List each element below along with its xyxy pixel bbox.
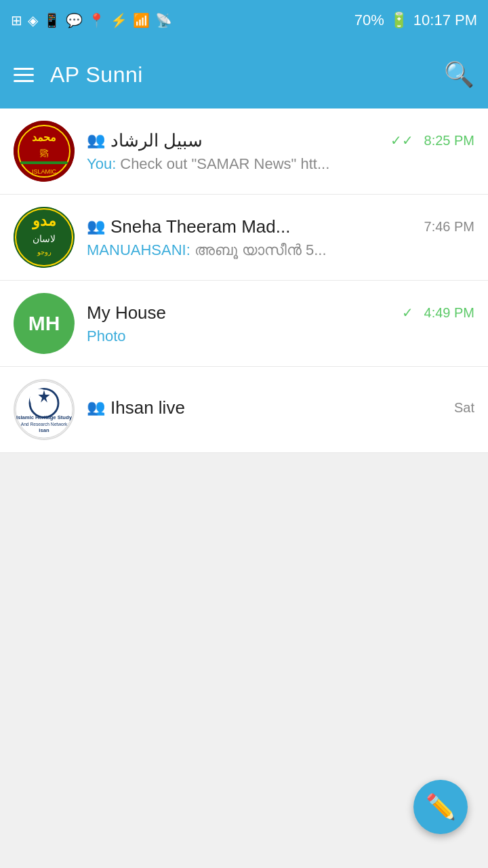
location-icon: 📍: [88, 12, 105, 28]
group-icon-sneha: 👥: [87, 218, 105, 235]
svg-text:روجو: روجو: [37, 248, 52, 256]
chat-name-sabeel: سبيل الرشاد: [110, 130, 203, 151]
check-myhouse: ✓: [402, 304, 413, 321]
chat-content-ihsan: 👥 Ihsan live Sat: [87, 397, 474, 422]
chat-time-row-myhouse: ✓ 4:49 PM: [402, 304, 474, 321]
group-icon-sabeel: 👥: [87, 132, 105, 149]
chat-header-ihsan: 👥 Ihsan live Sat: [87, 397, 474, 418]
svg-point-14: [30, 389, 49, 408]
time-text: 10:17 PM: [413, 12, 477, 29]
messenger-icon: 💬: [66, 12, 83, 28]
chat-time-row-sabeel: ✓✓ 8:25 PM: [390, 132, 474, 149]
status-bar-right: 70% 🔋 10:17 PM: [354, 12, 477, 29]
chat-content-myhouse: My House ✓ 4:49 PM Photo: [87, 302, 474, 345]
chat-name-row-sneha: 👥 Sneha Theeram Mad...: [87, 216, 416, 237]
chat-header-myhouse: My House ✓ 4:49 PM: [87, 302, 474, 323]
svg-text:محمد: محمد: [32, 132, 56, 143]
status-bar: ⊞ ◈ 📱 💬 📍 ⚡ 📶 📡 70% 🔋 10:17 PM: [0, 0, 488, 41]
toolbar: AP Sunni 🔍: [0, 41, 488, 108]
chat-name-myhouse: My House: [87, 302, 166, 323]
app-title: AP Sunni: [50, 62, 428, 87]
whatsapp-icon: 📱: [43, 12, 60, 28]
avatar-sneha: مدو لاسان روجو: [14, 207, 75, 268]
chat-name-row-ihsan: 👥 Ihsan live: [87, 397, 446, 418]
compose-fab[interactable]: ✏️: [413, 780, 468, 834]
chat-item-myhouse[interactable]: MH My House ✓ 4:49 PM Photo: [0, 281, 488, 367]
group-icon-ihsan: 👥: [87, 399, 105, 416]
chat-item-sabeel[interactable]: محمد ﷺ ISLAMIC 👥 سبيل الرشاد ✓✓ 8:25 PM …: [0, 108, 488, 195]
chat-preview-sneha: MANUAHSANI: അബൂ യാസീൻ 5...: [87, 241, 474, 259]
chat-content-sneha: 👥 Sneha Theeram Mad... 7:46 PM MANUAHSAN…: [87, 216, 474, 259]
preview-text-sneha: അബൂ യാസീൻ 5...: [195, 241, 327, 259]
chat-name-sneha: Sneha Theeram Mad...: [110, 216, 290, 237]
chat-list: محمد ﷺ ISLAMIC 👥 سبيل الرشاد ✓✓ 8:25 PM …: [0, 108, 488, 453]
settings-icon: ◈: [28, 12, 38, 28]
svg-text:ISLAMIC: ISLAMIC: [32, 168, 57, 175]
chat-item-sneha[interactable]: مدو لاسان روجو 👥 Sneha Theeram Mad... 7:…: [0, 195, 488, 281]
plus-icon: ⊞: [11, 12, 22, 28]
avatar-initials-myhouse: MH: [28, 312, 60, 335]
chat-preview-sabeel: You: Check out "SAMAR News" htt...: [87, 155, 474, 173]
avatar-ihsan: Islamic Heritage Study And Research Netw…: [14, 379, 75, 440]
svg-text:isan: isan: [39, 427, 49, 433]
chat-preview-myhouse: Photo: [87, 328, 474, 345]
signal-icon: 📡: [155, 12, 172, 28]
chat-time-ihsan: Sat: [454, 400, 474, 416]
double-check-sabeel: ✓✓: [390, 132, 413, 149]
chat-item-ihsan[interactable]: Islamic Heritage Study And Research Netw…: [0, 367, 488, 453]
chat-time-sabeel: 8:25 PM: [424, 133, 474, 149]
avatar-sabeel: محمد ﷺ ISLAMIC: [14, 121, 75, 182]
status-bar-icons: ⊞ ◈ 📱 💬 📍 ⚡ 📶 📡: [11, 12, 172, 28]
preview-text-myhouse: Photo: [87, 328, 126, 345]
chat-time-sneha: 7:46 PM: [424, 219, 474, 235]
compose-icon: ✏️: [426, 793, 456, 821]
svg-rect-5: [20, 161, 68, 164]
chat-name-row-myhouse: My House: [87, 302, 402, 323]
chat-name-ihsan: Ihsan live: [110, 397, 185, 418]
wifi-icon: 📶: [133, 12, 150, 28]
battery-text: 70%: [354, 12, 384, 29]
avatar-myhouse: MH: [14, 293, 75, 354]
preview-text-sabeel: Check out "SAMAR News" htt...: [120, 155, 329, 173]
search-button[interactable]: 🔍: [444, 60, 474, 89]
chat-content-sabeel: 👥 سبيل الرشاد ✓✓ 8:25 PM You: Check out …: [87, 130, 474, 173]
chat-header-sabeel: 👥 سبيل الرشاد ✓✓ 8:25 PM: [87, 130, 474, 151]
svg-text:مدو: مدو: [32, 212, 56, 230]
chat-time-myhouse: 4:49 PM: [424, 305, 474, 321]
svg-text:Islamic Heritage Study: Islamic Heritage Study: [16, 414, 73, 420]
svg-text:لاسان: لاسان: [33, 233, 56, 244]
svg-text:And Research Network: And Research Network: [21, 422, 68, 427]
menu-button[interactable]: [14, 68, 34, 82]
battery-icon: 🔋: [390, 12, 408, 29]
chat-name-row-sabeel: 👥 سبيل الرشاد: [87, 130, 390, 151]
preview-sender-sabeel: You:: [87, 155, 116, 173]
chat-header-sneha: 👥 Sneha Theeram Mad... 7:46 PM: [87, 216, 474, 237]
preview-sender-sneha: MANUAHSANI:: [87, 241, 190, 259]
svg-text:ﷺ: ﷺ: [40, 149, 49, 158]
bluetooth-icon: ⚡: [110, 12, 127, 28]
